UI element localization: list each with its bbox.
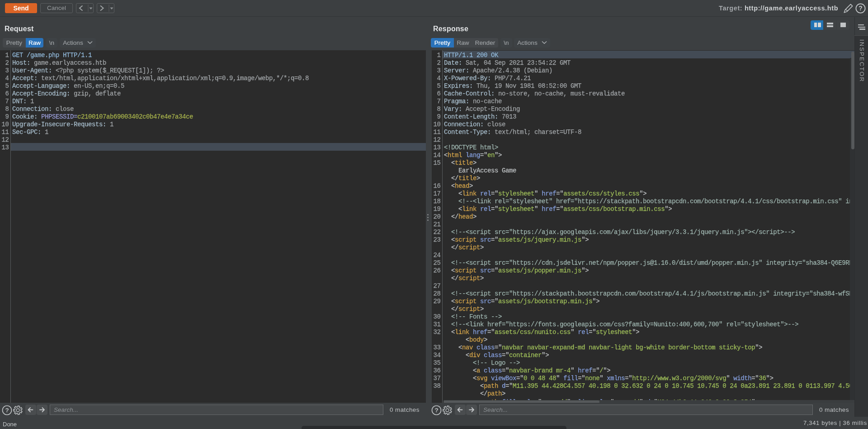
- svg-text:?: ?: [859, 5, 863, 12]
- svg-text:?: ?: [5, 407, 9, 414]
- svg-text:?: ?: [434, 407, 438, 414]
